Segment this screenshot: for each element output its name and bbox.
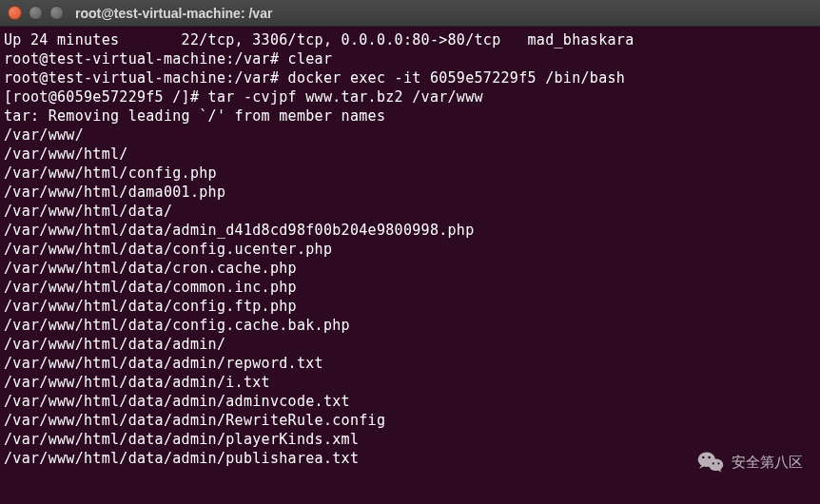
terminal-line: tar: Removing leading `/' from member na… <box>4 107 816 126</box>
svg-point-2 <box>702 456 705 459</box>
terminal-line: /var/www/html/data/admin/RewriteRule.con… <box>4 411 816 430</box>
terminal-line: root@test-virtual-machine:/var# clear <box>4 49 816 68</box>
svg-point-4 <box>713 462 714 464</box>
terminal-line: /var/www/html/data/config.ftp.php <box>4 297 816 316</box>
terminal-line: /var/www/html/data/config.cache.bak.php <box>4 316 816 335</box>
terminal-output[interactable]: Up 24 minutes 22/tcp, 3306/tcp, 0.0.0.0:… <box>0 27 820 472</box>
terminal-line: /var/www/html/ <box>4 145 816 164</box>
svg-point-5 <box>717 462 719 464</box>
minimize-icon[interactable] <box>29 6 43 20</box>
terminal-line: Up 24 minutes 22/tcp, 3306/tcp, 0.0.0.0:… <box>4 30 816 49</box>
svg-point-1 <box>709 459 723 472</box>
terminal-line: /var/www/html/data/admin/playerKinds.xml <box>4 430 816 449</box>
watermark-text: 安全第八区 <box>732 454 803 472</box>
maximize-icon[interactable] <box>49 6 64 20</box>
terminal-line: /var/www/html/data/admin/ <box>4 335 816 354</box>
terminal-line: [root@6059e57229f5 /]# tar -cvjpf www.ta… <box>4 87 816 107</box>
svg-point-3 <box>708 456 711 459</box>
window-title: root@test-virtual-machine: /var <box>75 6 272 21</box>
terminal-line: /var/www/html/data/cron.cache.php <box>4 259 816 278</box>
terminal-line: /var/www/html/dama001.php <box>4 183 816 202</box>
terminal-line: /var/www/html/data/admin_d41d8cd98f00b20… <box>4 221 816 240</box>
terminal-line: /var/www/html/data/config.ucenter.php <box>4 240 816 259</box>
terminal-line: root@test-virtual-machine:/var# docker e… <box>4 68 816 87</box>
window-controls <box>8 6 64 20</box>
window-titlebar: root@test-virtual-machine: /var <box>0 0 820 27</box>
terminal-line: /var/www/html/data/admin/repword.txt <box>4 354 816 373</box>
close-icon[interactable] <box>8 6 22 20</box>
terminal-line: /var/www/html/data/admin/publisharea.txt <box>4 449 816 468</box>
terminal-line: /var/www/html/data/admin/i.txt <box>4 373 816 392</box>
wechat-icon <box>697 451 724 474</box>
terminal-line: /var/www/html/data/admin/adminvcode.txt <box>4 392 816 411</box>
terminal-line: /var/www/ <box>4 126 816 145</box>
terminal-line: /var/www/html/data/common.inc.php <box>4 278 816 297</box>
watermark: 安全第八区 <box>697 451 803 474</box>
terminal-line: /var/www/html/data/ <box>4 202 816 221</box>
terminal-line: /var/www/html/config.php <box>4 164 816 183</box>
